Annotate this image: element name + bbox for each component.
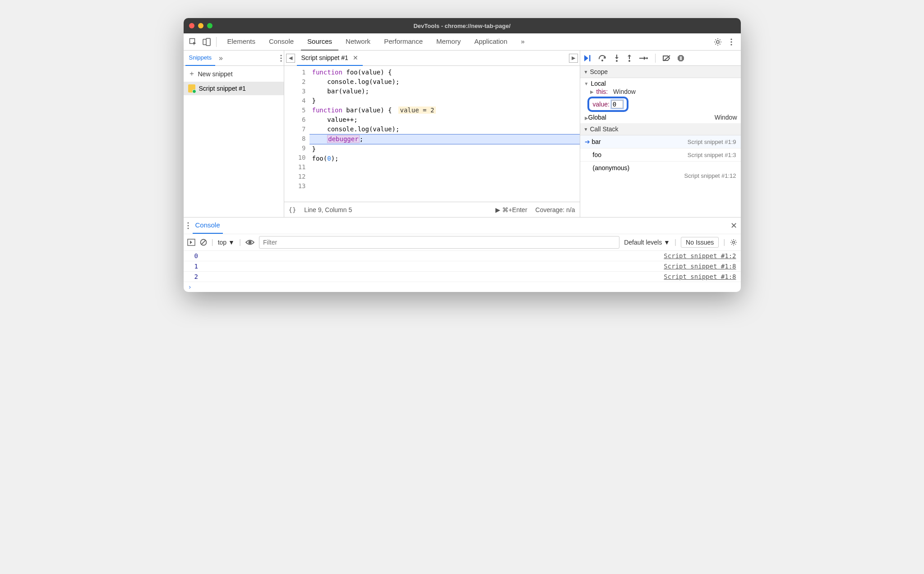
gutter: 123 456 789 101112 13 bbox=[284, 66, 310, 202]
code-lines: function foo(value) { console.log(value)… bbox=[310, 66, 580, 202]
console-filter-input[interactable] bbox=[259, 236, 619, 249]
pretty-print-icon[interactable]: {} bbox=[289, 206, 296, 213]
snippet-item-label: Script snippet #1 bbox=[199, 85, 246, 92]
tab-application[interactable]: Application bbox=[468, 33, 513, 51]
inspect-element-icon[interactable] bbox=[186, 35, 200, 49]
console-drawer: Console ✕ | top ▼ | Default levels ▼ | N… bbox=[184, 218, 741, 292]
new-snippet-label: New snippet bbox=[198, 70, 233, 78]
svg-point-6 bbox=[730, 44, 732, 45]
pause-on-exceptions-button[interactable] bbox=[677, 55, 684, 62]
drawer-kebab-icon[interactable] bbox=[187, 222, 189, 229]
coverage-status: Coverage: n/a bbox=[536, 206, 575, 213]
svg-rect-2 bbox=[206, 38, 210, 46]
navigator-overflow-icon[interactable]: » bbox=[219, 54, 223, 62]
navigator-kebab-icon[interactable] bbox=[280, 55, 282, 62]
debugger-panel: ▼Scope ▼Local ▶this: Window value: ▶Glob… bbox=[580, 51, 741, 217]
drawer-tab-console[interactable]: Console bbox=[193, 218, 223, 234]
snippet-file-icon bbox=[188, 84, 195, 93]
no-issues-button[interactable]: No Issues bbox=[681, 237, 719, 248]
live-expression-icon[interactable] bbox=[245, 239, 254, 245]
svg-point-12 bbox=[616, 60, 618, 62]
console-log-link[interactable]: Script snippet #1:8 bbox=[664, 263, 736, 270]
run-snippet-button[interactable]: ▶ ⌘+Enter bbox=[495, 206, 527, 213]
callstack-section-head[interactable]: ▼Call Stack bbox=[580, 123, 741, 135]
console-context-select[interactable]: top ▼ bbox=[218, 239, 235, 246]
code-editor[interactable]: 123 456 789 101112 13 function foo(value… bbox=[284, 66, 580, 202]
callstack-frame[interactable]: foo Script snippet #1:3 bbox=[580, 148, 741, 162]
log-levels-select[interactable]: Default levels ▼ bbox=[624, 239, 670, 246]
editor-tab-label: Script snippet #1 bbox=[301, 51, 348, 65]
editor-nav-forward-icon[interactable]: ▶ bbox=[569, 54, 578, 63]
editor-tab[interactable]: Script snippet #1 ✕ bbox=[297, 51, 363, 66]
zoom-window-button[interactable] bbox=[207, 23, 213, 28]
scope-value-input[interactable] bbox=[611, 100, 623, 108]
step-out-button[interactable] bbox=[626, 54, 633, 62]
scope-global[interactable]: ▶Global Window bbox=[583, 113, 741, 122]
device-toolbar-icon[interactable] bbox=[200, 35, 213, 49]
callstack-frame[interactable]: ➔bar Script snippet #1:9 bbox=[580, 135, 741, 148]
console-log-link[interactable]: Script snippet #1:2 bbox=[664, 252, 736, 259]
svg-rect-16 bbox=[680, 56, 681, 60]
svg-point-11 bbox=[601, 60, 603, 61]
minimize-window-button[interactable] bbox=[198, 23, 203, 28]
navigator-tab-snippets[interactable]: Snippets bbox=[185, 51, 216, 66]
snippet-item[interactable]: Script snippet #1 bbox=[184, 82, 284, 95]
deactivate-breakpoints-button[interactable] bbox=[663, 55, 671, 62]
svg-point-24 bbox=[249, 241, 252, 244]
svg-point-13 bbox=[628, 60, 630, 62]
console-log-row: 1 Script snippet #1:8 bbox=[184, 261, 741, 272]
tab-performance[interactable]: Performance bbox=[378, 33, 429, 51]
step-into-button[interactable] bbox=[614, 54, 620, 62]
editor-nav-back-icon[interactable]: ◀ bbox=[286, 54, 295, 63]
editor-tab-close-icon[interactable]: ✕ bbox=[353, 51, 358, 65]
scope-local[interactable]: ▼Local bbox=[583, 79, 741, 88]
tab-network[interactable]: Network bbox=[339, 33, 377, 51]
console-sidebar-toggle-icon[interactable] bbox=[187, 239, 195, 246]
window-title: DevTools - chrome://new-tab-page/ bbox=[184, 23, 741, 29]
close-window-button[interactable] bbox=[189, 23, 194, 28]
kebab-menu-icon[interactable] bbox=[725, 35, 738, 49]
new-snippet-button[interactable]: ＋ New snippet bbox=[184, 66, 284, 82]
svg-point-7 bbox=[280, 55, 282, 56]
editor-panel: ◀ Script snippet #1 ✕ ▶ 123 456 789 1011… bbox=[284, 51, 580, 217]
tab-elements[interactable]: Elements bbox=[221, 33, 262, 51]
console-log-link[interactable]: Script snippet #1:8 bbox=[664, 273, 736, 280]
console-prompt[interactable]: › bbox=[184, 282, 741, 292]
callstack-frame-loc: Script snippet #1:12 bbox=[580, 172, 741, 183]
svg-point-19 bbox=[187, 225, 189, 227]
scope-value-edit[interactable]: value: bbox=[587, 97, 628, 112]
clear-console-icon[interactable] bbox=[200, 239, 207, 246]
svg-point-8 bbox=[280, 57, 282, 59]
step-button[interactable] bbox=[639, 55, 648, 61]
titlebar: DevTools - chrome://new-tab-page/ bbox=[184, 18, 741, 33]
settings-icon[interactable] bbox=[711, 35, 725, 49]
svg-point-25 bbox=[732, 241, 735, 244]
devtools-window: DevTools - chrome://new-tab-page/ Elemen… bbox=[184, 18, 741, 292]
svg-rect-10 bbox=[589, 55, 591, 61]
scope-this[interactable]: ▶this: Window bbox=[583, 88, 741, 96]
resume-button[interactable] bbox=[584, 55, 592, 62]
svg-point-20 bbox=[187, 228, 189, 229]
editor-status-bar: {} Line 9, Column 5 ▶ ⌘+Enter Coverage: … bbox=[284, 202, 580, 217]
tab-overflow[interactable]: » bbox=[515, 33, 531, 51]
svg-point-14 bbox=[646, 57, 648, 59]
svg-point-3 bbox=[716, 41, 719, 43]
callstack-frame-anonymous[interactable]: (anonymous) bbox=[580, 162, 741, 172]
svg-line-23 bbox=[201, 240, 206, 245]
console-log-row: 0 Script snippet #1:2 bbox=[184, 251, 741, 261]
svg-point-4 bbox=[730, 38, 732, 40]
plus-icon: ＋ bbox=[188, 69, 195, 79]
svg-rect-17 bbox=[681, 56, 682, 60]
svg-point-18 bbox=[187, 222, 189, 224]
drawer-close-icon[interactable]: ✕ bbox=[730, 221, 737, 231]
cursor-position: Line 9, Column 5 bbox=[304, 206, 352, 213]
tab-console[interactable]: Console bbox=[263, 33, 300, 51]
tab-sources[interactable]: Sources bbox=[301, 33, 338, 51]
scope-section-head[interactable]: ▼Scope bbox=[580, 66, 741, 78]
svg-point-9 bbox=[280, 60, 282, 61]
traffic-lights bbox=[189, 23, 213, 28]
console-settings-icon[interactable] bbox=[730, 239, 737, 246]
svg-point-5 bbox=[730, 41, 732, 42]
step-over-button[interactable] bbox=[598, 55, 607, 62]
tab-memory[interactable]: Memory bbox=[430, 33, 467, 51]
